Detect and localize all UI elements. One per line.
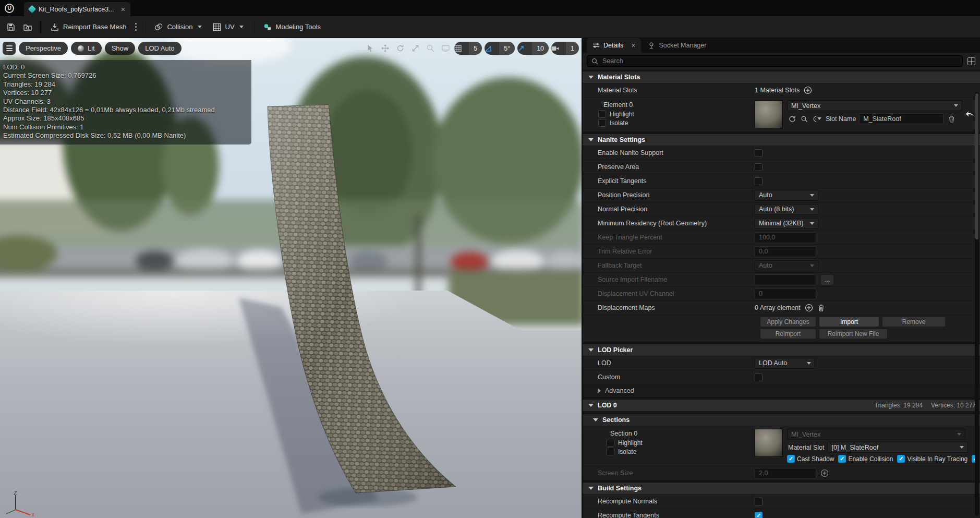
close-details-tab-icon[interactable]: × (631, 42, 635, 49)
search-input[interactable] (601, 57, 958, 65)
material-thumbnail[interactable] (755, 100, 783, 128)
screen-size-input[interactable]: 2,0 (755, 468, 816, 479)
apply-changes-button[interactable]: Apply Changes (760, 317, 816, 327)
section-header-lod-picker[interactable]: LOD Picker (583, 344, 980, 356)
section-highlight-checkbox[interactable] (607, 439, 614, 447)
explicit-tangents-checkbox[interactable] (755, 177, 763, 185)
reimport-button[interactable]: Reimport (760, 329, 816, 339)
highlight-checkbox[interactable] (598, 110, 606, 118)
use-selected-asset-icon[interactable] (787, 114, 796, 124)
viewport-canvas[interactable]: LOD: 0 Current Screen Size: 0,769726 Tri… (0, 38, 582, 518)
search-box[interactable] (587, 55, 963, 67)
collision-menu-button[interactable]: Collision (149, 19, 206, 35)
camera-speed-control[interactable]: 1 (551, 42, 579, 55)
scale-snap-control[interactable]: 10 (517, 42, 549, 55)
modeling-tools-button[interactable]: Modeling Tools (258, 19, 325, 35)
section-material-thumbnail[interactable] (755, 429, 783, 457)
recompute-tangents-checkbox[interactable] (755, 512, 763, 518)
recompute-normals-checkbox[interactable] (755, 498, 763, 505)
browse-to-material-icon[interactable] (800, 114, 809, 124)
section-header-nanite-settings[interactable]: Nanite Settings (583, 134, 980, 146)
close-tab-icon[interactable]: × (121, 5, 126, 13)
enable-nanite-checkbox[interactable] (755, 149, 763, 157)
camera-speed-value: 1 (566, 42, 579, 55)
material-dropdown[interactable]: MI_Vertex (787, 100, 962, 111)
enable-collision-flag[interactable]: Enable Collision (838, 455, 893, 463)
rotation-snap-control[interactable]: 5° (485, 42, 515, 55)
browse-to-asset-button[interactable] (20, 19, 35, 35)
displacement-uv-channel-input[interactable]: 0 (755, 288, 816, 299)
section-flags-row: Cast Shadow Enable Collision Visible In … (787, 455, 976, 463)
scale-tool-button[interactable] (409, 42, 421, 55)
modeling-tools-icon (263, 22, 272, 32)
show-menu-button[interactable]: Show (105, 42, 136, 55)
preserve-area-checkbox[interactable] (755, 163, 763, 171)
unreal-logo-icon[interactable]: U (0, 0, 19, 16)
highlight-checkbox-row[interactable]: Highlight (598, 110, 752, 118)
remove-button[interactable]: Remove (882, 317, 946, 327)
cast-shadow-checkbox[interactable] (787, 455, 795, 463)
section-highlight-checkbox-row[interactable]: Highlight (607, 438, 752, 447)
save-button[interactable] (3, 19, 19, 35)
view-mode-button[interactable]: Lit (71, 42, 102, 55)
visible-in-ray-tracing-checkbox[interactable] (897, 455, 905, 463)
material-slot-dropdown[interactable]: [0] M_SlateRoof (827, 442, 968, 453)
minimum-residency-dropdown[interactable]: Minimal (32KB) (755, 218, 818, 229)
reimport-options-kebab[interactable] (132, 19, 139, 35)
trim-relative-error-input[interactable]: 0,0 (755, 246, 816, 257)
add-screen-size-icon[interactable] (820, 469, 829, 477)
section-header-lod0[interactable]: LOD 0 Triangles: 19 284 Vertices: 10 277 (583, 399, 980, 412)
isolate-checkbox-row[interactable]: Isolate (598, 118, 752, 127)
position-precision-dropdown[interactable]: Auto (755, 190, 818, 201)
row-custom: Custom (583, 370, 980, 384)
lod-menu-button[interactable]: LOD Auto (138, 42, 181, 55)
clear-array-icon[interactable] (817, 304, 825, 312)
uv-menu-button[interactable]: UV (208, 19, 248, 35)
details-scrollbar[interactable] (975, 92, 979, 516)
material-options-icon[interactable] (812, 114, 821, 124)
visible-in-ray-tracing-flag[interactable]: Visible In Ray Tracing (897, 455, 967, 463)
view-options-icon[interactable] (967, 57, 976, 66)
row-preserve-area: Preserve Area (583, 160, 980, 174)
zoom-to-fit-button[interactable] (424, 42, 437, 55)
source-import-filename-input[interactable] (755, 274, 816, 285)
lod-dropdown[interactable]: LOD Auto (755, 358, 815, 369)
add-array-element-icon[interactable] (805, 304, 813, 312)
viewport-options-menu-button[interactable] (3, 42, 16, 55)
section-isolate-checkbox[interactable] (607, 448, 614, 455)
custom-checkbox[interactable] (755, 374, 763, 381)
reimport-new-file-button[interactable]: Reimport New File (819, 329, 888, 339)
asset-tab[interactable]: Kit_Roofs_polySurface3... × (24, 2, 130, 16)
fallback-target-dropdown[interactable]: Auto (755, 260, 818, 271)
import-button[interactable]: Import (819, 317, 879, 327)
keep-triangle-percent-input[interactable]: 100,0 (755, 232, 816, 243)
rotate-tool-button[interactable] (394, 42, 406, 55)
cast-shadow-flag[interactable]: Cast Shadow (787, 455, 834, 463)
screen-capture-button[interactable] (439, 42, 452, 55)
row-recompute-tangents: Recompute Tangents (583, 509, 980, 518)
translate-tool-button[interactable] (379, 42, 391, 55)
normal-precision-dropdown[interactable]: Auto (8 bits) (755, 204, 818, 215)
select-tool-button[interactable] (364, 42, 376, 55)
section-header-build-settings[interactable]: Build Settings (583, 482, 980, 495)
enable-collision-checkbox[interactable] (838, 455, 846, 463)
move-icon (381, 44, 390, 53)
section-isolate-checkbox-row[interactable]: Isolate (607, 447, 752, 456)
isolate-checkbox[interactable] (598, 119, 606, 127)
hamburger-icon (6, 45, 13, 51)
delete-slot-icon[interactable] (947, 114, 956, 124)
add-material-slot-icon[interactable] (804, 86, 812, 94)
advanced-expander[interactable]: Advanced (583, 384, 980, 397)
slot-name-input[interactable]: M_SlateRoof (859, 113, 943, 124)
tab-socket-manager[interactable]: Socket Manager (642, 38, 712, 53)
grid-snap-control[interactable]: 5 (454, 42, 482, 55)
section-header-sections[interactable]: Sections (583, 414, 980, 426)
tab-details[interactable]: Details × (587, 38, 641, 53)
details-sliders-icon (592, 42, 600, 49)
section-header-material-slots[interactable]: Material Slots (583, 71, 980, 83)
reimport-base-mesh-button[interactable]: Reimport Base Mesh (45, 19, 131, 35)
mouse-cursor (965, 110, 976, 119)
perspective-menu-button[interactable]: Perspective (19, 42, 68, 55)
browse-file-button[interactable]: ... (820, 274, 834, 285)
section-material-dropdown[interactable]: MI_Vertex (787, 429, 965, 440)
